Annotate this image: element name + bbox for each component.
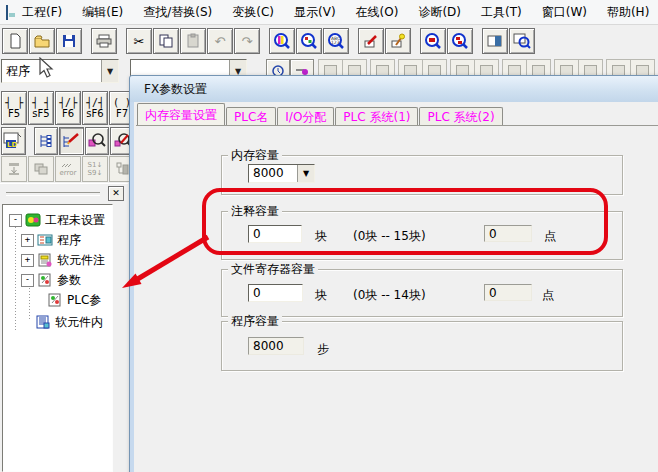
tree-view-button[interactable] bbox=[34, 127, 59, 155]
tool-icon bbox=[348, 65, 361, 76]
tree-item-parameter[interactable]: - 参数 bbox=[21, 270, 81, 290]
print-button[interactable] bbox=[91, 28, 117, 54]
memory-capacity-group: 内存容量 8000 ▼ bbox=[221, 155, 623, 195]
step-label-2: S9↓ bbox=[88, 169, 103, 177]
mdi-child-icon[interactable] bbox=[6, 5, 8, 20]
tab-plc-system-2[interactable]: PLC 系统(2) bbox=[419, 107, 502, 125]
expand-toggle-icon[interactable]: + bbox=[21, 234, 34, 247]
menu-view[interactable]: 显示(V) bbox=[284, 4, 346, 21]
parameter-icon bbox=[37, 273, 53, 287]
window-find-icon bbox=[513, 32, 531, 50]
tree-item-project-root[interactable]: - 工程未设置 bbox=[9, 210, 105, 230]
parallel-contact-icon: ┤ ┤ bbox=[32, 97, 50, 108]
tool-icon bbox=[560, 65, 573, 76]
cut-button[interactable]: ✂ bbox=[126, 28, 152, 54]
tool-icon bbox=[376, 65, 389, 76]
tab-plc-name[interactable]: PLC名 bbox=[226, 107, 276, 125]
ladder-monitor-squares-button[interactable] bbox=[296, 28, 322, 54]
save-icon bbox=[61, 33, 77, 49]
ladder-monitor-squares-icon bbox=[300, 32, 318, 50]
svg-text:LD: LD bbox=[7, 141, 17, 149]
steps-unit-label: 步 bbox=[317, 341, 329, 358]
verify-windows-button[interactable] bbox=[28, 156, 54, 182]
menu-tools[interactable]: 工具(T) bbox=[471, 4, 532, 21]
tab-plc-system-1[interactable]: PLC 系统(1) bbox=[335, 107, 418, 125]
application-window: 工程(F) 编辑(E) 查找/替换(S) 变换(C) 显示(V) 在线(O) 诊… bbox=[0, 0, 658, 472]
program-icon bbox=[37, 233, 53, 247]
expand-toggle-icon[interactable]: + bbox=[21, 254, 34, 267]
ladder-monitor-color-icon bbox=[273, 32, 291, 50]
collapse-toggle-icon[interactable]: - bbox=[9, 214, 22, 227]
step-run-button[interactable]: S1↓ S9↓ bbox=[82, 156, 108, 182]
cut-icon: ✂ bbox=[134, 35, 145, 48]
menu-window[interactable]: 窗口(W) bbox=[532, 4, 597, 21]
memory-capacity-combo[interactable]: 8000 ▼ bbox=[248, 164, 315, 183]
find-monitor-button[interactable] bbox=[85, 127, 110, 155]
device-comment-icon bbox=[37, 253, 53, 267]
ladder-monitor-color-button[interactable] bbox=[269, 28, 295, 54]
menu-edit[interactable]: 编辑(E) bbox=[72, 4, 133, 21]
edit-red-pencil-button[interactable] bbox=[358, 28, 384, 54]
window-split-button[interactable] bbox=[482, 28, 508, 54]
redo-icon: ↷ bbox=[242, 35, 253, 48]
menu-project[interactable]: 工程(F) bbox=[12, 4, 72, 21]
parallel-closed-contact-button[interactable]: ┤/┤ sF6 bbox=[82, 91, 108, 125]
zoom-red-box-2-icon bbox=[451, 32, 469, 50]
chevron-down-icon[interactable]: ▼ bbox=[101, 60, 118, 82]
menu-find-replace[interactable]: 查找/替换(S) bbox=[133, 4, 222, 21]
menu-diagnostics[interactable]: 诊断(D) bbox=[408, 4, 471, 21]
tree-panel-header: ✕ bbox=[0, 184, 128, 202]
file-register-points-field: 0 bbox=[484, 284, 532, 301]
fx-parameter-dialog: FX参数设置 内存容量设置 PLC名 I/O分配 PLC 系统(1) PLC 系… bbox=[129, 75, 658, 472]
find-monitor-icon bbox=[87, 132, 107, 150]
ladder-monitor-abc-button[interactable]: ABC123 bbox=[323, 28, 349, 54]
tab-memory-capacity[interactable]: 内存容量设置 bbox=[137, 103, 225, 125]
zoom-red-box-button[interactable] bbox=[420, 28, 446, 54]
open-button[interactable] bbox=[29, 28, 55, 54]
write-to-plc-button[interactable] bbox=[1, 156, 27, 182]
ladder-window-ld-icon: LD bbox=[3, 132, 23, 150]
tab-io-assignment[interactable]: I/O分配 bbox=[277, 107, 334, 125]
tree-item-device-memory[interactable]: 软元件内 bbox=[21, 312, 103, 332]
tree-item-program[interactable]: + 程序 bbox=[21, 230, 81, 250]
tree-item-device-comment[interactable]: + 软元件注 bbox=[21, 250, 105, 270]
dialog-title-bar[interactable]: FX参数设置 bbox=[130, 76, 658, 102]
step-label-1: S1↓ bbox=[88, 161, 103, 169]
menu-convert[interactable]: 变换(C) bbox=[222, 4, 284, 21]
redo-button[interactable]: ↷ bbox=[234, 28, 260, 54]
project-tree: - 工程未设置 + 程序 + 软元件注 - 参数 PLC参 bbox=[2, 204, 113, 472]
tree-edit-button[interactable] bbox=[59, 127, 84, 155]
menu-help[interactable]: 帮助(H) bbox=[597, 4, 658, 21]
ladder-monitor-abc-icon: ABC123 bbox=[327, 32, 345, 50]
save-button[interactable] bbox=[56, 28, 82, 54]
tree-edit-pencil-icon bbox=[61, 132, 81, 150]
error-check-button[interactable]: error bbox=[55, 156, 81, 182]
key-label: sF6 bbox=[86, 108, 103, 119]
window-find-button[interactable] bbox=[509, 28, 535, 54]
collapse-toggle-icon[interactable]: - bbox=[21, 274, 34, 287]
paste-button[interactable] bbox=[180, 28, 206, 54]
undo-button[interactable]: ↶ bbox=[207, 28, 233, 54]
menu-online[interactable]: 在线(O) bbox=[346, 4, 409, 21]
window-split-icon bbox=[487, 33, 503, 49]
zoom-red-box-2-button[interactable] bbox=[447, 28, 473, 54]
tree-view-icon bbox=[37, 132, 55, 150]
new-button[interactable] bbox=[2, 28, 28, 54]
close-panel-button[interactable]: ✕ bbox=[108, 186, 124, 201]
group-label: 注释容量 bbox=[228, 204, 282, 218]
tree-item-label: 工程未设置 bbox=[45, 212, 105, 229]
panel-gripper[interactable] bbox=[6, 192, 100, 196]
program-combo[interactable]: 程序 ▼ bbox=[1, 59, 119, 83]
chevron-down-icon[interactable]: ▼ bbox=[297, 165, 314, 182]
ladder-window-button[interactable]: LD bbox=[1, 127, 26, 155]
parallel-contact-button[interactable]: ┤ ┤ sF5 bbox=[28, 91, 54, 125]
file-register-blocks-input[interactable]: 0 bbox=[248, 284, 303, 302]
closed-contact-button[interactable]: ┤/├ F6 bbox=[55, 91, 81, 125]
open-contact-button[interactable]: ┤ ├ F5 bbox=[1, 91, 27, 125]
copy-button[interactable] bbox=[153, 28, 179, 54]
tree-connector bbox=[15, 221, 16, 331]
tree-item-label: 参数 bbox=[57, 272, 81, 289]
comment-blocks-input[interactable]: 0 bbox=[248, 225, 302, 243]
edit-yellow-star-button[interactable] bbox=[385, 28, 411, 54]
tree-item-plc-parameter[interactable]: PLC参 bbox=[47, 290, 101, 310]
